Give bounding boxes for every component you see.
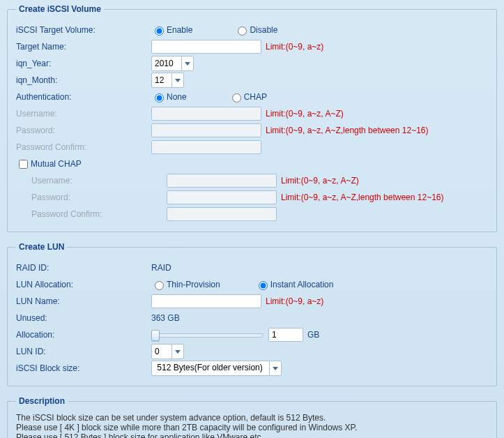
create-lun-legend: Create LUN xyxy=(16,242,67,252)
authentication-label: Authentication: xyxy=(16,92,151,102)
iscsi-target-volume-label: iSCSI Target Volume: xyxy=(16,25,151,35)
slider-thumb[interactable] xyxy=(151,330,160,341)
mc-password-label: Password: xyxy=(16,192,167,202)
thin-provision-label: Thin-Provision xyxy=(167,280,220,289)
iqn-year-stepper[interactable] xyxy=(151,56,194,71)
unused-value: 363 GB xyxy=(151,313,180,323)
chevron-down-icon xyxy=(175,79,181,82)
mc-password-limit: Limit:(0~9, a~z, A~Z,length between 12~1… xyxy=(281,192,443,202)
create-lun-panel: Create LUN RAID ID: RAID LUN Allocation:… xyxy=(7,242,497,386)
create-iscsi-volume-legend: Create iSCSI Volume xyxy=(16,4,104,14)
target-name-label: Target Name: xyxy=(16,42,151,52)
lun-id-value[interactable] xyxy=(152,345,171,358)
iscsi-block-size-combo[interactable] xyxy=(151,361,282,376)
auth-none-radio[interactable]: None xyxy=(151,91,187,103)
lun-id-stepper[interactable] xyxy=(151,344,184,359)
username-label: Username: xyxy=(16,109,151,119)
target-name-input[interactable] xyxy=(151,40,261,54)
iqn-month-value[interactable] xyxy=(152,74,171,86)
unused-label: Unused: xyxy=(16,313,151,323)
allocation-unit: GB xyxy=(307,330,319,340)
disable-radio-label: Disable xyxy=(250,25,277,35)
description-line-3: Please use [ 512 Bytes ] block size for … xyxy=(16,432,488,438)
mc-username-label: Username: xyxy=(16,176,167,186)
lun-name-limit: Limit:(0~9, a~z) xyxy=(266,296,323,306)
mc-password-confirm-label: Password Confirm: xyxy=(16,209,167,219)
description-line-2: Please use [ 4K ] block size while more … xyxy=(16,423,488,432)
iqn-month-trigger[interactable] xyxy=(171,73,183,87)
mutual-chap-checkbox[interactable]: Mutual CHAP xyxy=(16,158,82,171)
iqn-month-stepper[interactable] xyxy=(151,73,184,88)
username-input xyxy=(151,107,261,121)
username-limit: Limit:(0~9, a~z, A~Z) xyxy=(266,109,344,119)
enable-radio-label: Enable xyxy=(167,25,192,35)
password-label: Password: xyxy=(16,126,151,135)
iqn-month-label: iqn_Month: xyxy=(16,75,151,85)
allocation-slider[interactable] xyxy=(151,329,263,340)
raid-id-value: RAID xyxy=(151,263,171,273)
chevron-down-icon xyxy=(185,62,190,66)
password-limit: Limit:(0~9, a~z, A~Z,length between 12~1… xyxy=(266,126,428,135)
instant-allocation-radio[interactable]: Instant Allocation xyxy=(255,279,334,290)
raid-id-label: RAID ID: xyxy=(16,263,151,273)
lun-id-label: LUN ID: xyxy=(16,347,151,356)
password-confirm-label: Password Confirm: xyxy=(16,142,151,152)
password-confirm-input xyxy=(151,140,261,154)
password-input xyxy=(151,123,261,137)
description-panel: Description The iSCSI block size can be … xyxy=(7,396,497,438)
mc-password-confirm-input xyxy=(167,207,277,221)
chevron-down-icon xyxy=(273,367,278,370)
mc-username-limit: Limit:(0~9, a~z, A~Z) xyxy=(281,176,359,186)
slider-track xyxy=(151,333,263,338)
create-iscsi-volume-panel: Create iSCSI Volume iSCSI Target Volume:… xyxy=(7,4,497,232)
target-name-limit: Limit:(0~9, a~z) xyxy=(266,42,323,52)
enable-radio[interactable]: Enable xyxy=(151,24,192,36)
page: Create iSCSI Volume iSCSI Target Volume:… xyxy=(0,0,504,438)
lun-id-trigger[interactable] xyxy=(171,345,183,358)
instant-allocation-label: Instant Allocation xyxy=(270,280,334,289)
iscsi-block-size-trigger[interactable] xyxy=(269,361,281,375)
lun-allocation-label: LUN Allocation: xyxy=(16,280,151,289)
disable-radio[interactable]: Disable xyxy=(234,24,277,36)
iscsi-block-size-label: iSCSI Block size: xyxy=(16,363,151,373)
auth-none-label: None xyxy=(167,92,187,102)
auth-chap-radio[interactable]: CHAP xyxy=(229,91,267,103)
lun-name-label: LUN Name: xyxy=(16,296,151,306)
allocation-label: Allocation: xyxy=(16,330,151,340)
auth-chap-label: CHAP xyxy=(244,92,267,102)
mc-password-input xyxy=(167,190,277,204)
description-line-1: The iSCSI block size can be set under sy… xyxy=(16,413,488,423)
iscsi-block-size-value[interactable] xyxy=(152,361,269,374)
chevron-down-icon xyxy=(175,350,181,354)
mutual-chap-label: Mutual CHAP xyxy=(31,159,82,169)
thin-provision-radio[interactable]: Thin-Provision xyxy=(151,279,220,290)
iqn-year-label: iqn_Year: xyxy=(16,59,151,68)
lun-name-input[interactable] xyxy=(151,294,261,308)
allocation-value-input[interactable] xyxy=(268,328,303,342)
description-legend: Description xyxy=(16,396,68,406)
iqn-year-value[interactable] xyxy=(152,57,181,70)
mc-username-input xyxy=(167,174,277,188)
iqn-year-trigger[interactable] xyxy=(181,56,193,70)
